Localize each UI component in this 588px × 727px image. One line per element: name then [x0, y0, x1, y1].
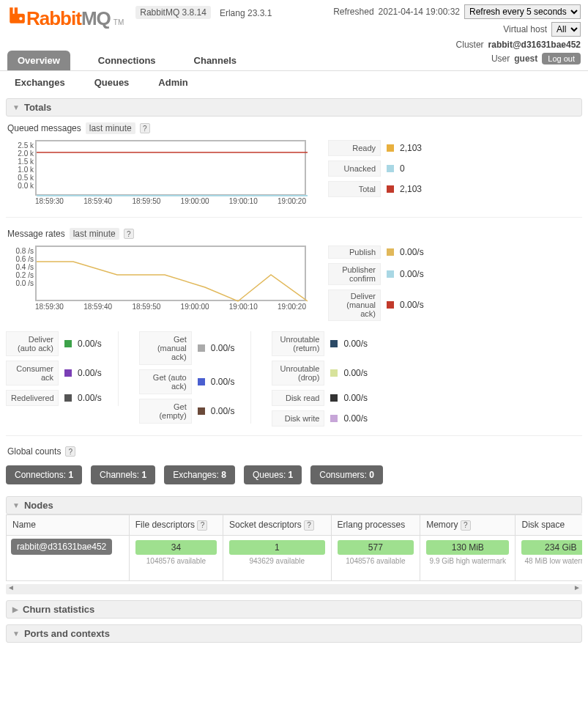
rate-label: Get (auto ack): [139, 369, 192, 394]
vhost-select[interactable]: All: [551, 22, 581, 37]
rate-label: Deliver (auto ack): [6, 331, 59, 356]
section-totals-toggle[interactable]: ▼ Totals: [6, 98, 582, 117]
nodes-col-header: Socket descriptors ?: [223, 515, 332, 536]
rates-range-badge[interactable]: last minute: [70, 228, 119, 240]
tab-admin[interactable]: Admin: [158, 77, 187, 88]
node-metric-value: 234 GiB: [521, 540, 582, 555]
rate-label: Unroutable (return): [272, 331, 324, 356]
queued-range-badge[interactable]: last minute: [86, 122, 135, 134]
rates-chart: 0.8 /s 0.6 /s 0.4 /s 0.2 /s 0.0 /s 18:59…: [35, 246, 306, 312]
node-metric-value: 1: [229, 540, 325, 555]
refreshed-label: Refreshed: [333, 7, 373, 17]
top-right-panel: Refreshed 2021-04-14 19:00:32 Refresh ev…: [333, 4, 581, 67]
section-ports-title: Ports and contexts: [24, 628, 110, 639]
tab-overview[interactable]: Overview: [7, 51, 70, 70]
count-pill[interactable]: Connections: 1: [6, 465, 82, 484]
rate-label: Get (empty): [139, 399, 192, 424]
rate-label: Unroutable (drop): [272, 361, 324, 385]
tab-connections[interactable]: Connections: [88, 51, 166, 70]
legend-swatch: [387, 270, 394, 278]
chevron-down-icon: ▼: [12, 630, 20, 638]
help-icon[interactable]: ?: [124, 229, 134, 239]
rates-bottom-grid: Deliver (auto ack) 0.00/sConsumer ack 0.…: [6, 327, 582, 432]
nodes-col-header: Disk space: [516, 515, 582, 536]
count-pill[interactable]: Queues: 1: [244, 465, 302, 484]
nodes-col-header: Erlang processes: [331, 515, 420, 536]
rate-swatch: [198, 407, 205, 415]
node-metric-value: 34: [135, 540, 217, 555]
rate-value: 0.00/s: [211, 406, 235, 416]
node-metric-value: 130 MiB: [426, 540, 509, 555]
rate-swatch: [64, 369, 72, 377]
legend-swatch: [387, 165, 394, 172]
help-icon[interactable]: ?: [461, 520, 471, 531]
user-label: User: [491, 53, 510, 64]
section-nodes-title: Nodes: [24, 500, 53, 511]
count-pill[interactable]: Exchanges: 8: [164, 465, 235, 484]
node-metric-value: 577: [338, 540, 414, 555]
rate-value: 0.00/s: [211, 377, 235, 387]
tab-queues[interactable]: Queues: [94, 77, 130, 88]
refresh-interval-select[interactable]: Refresh every 5 seconds: [464, 4, 581, 19]
help-icon[interactable]: ?: [197, 520, 207, 531]
rate-swatch: [64, 340, 72, 347]
section-nodes-toggle[interactable]: ▼ Nodes: [6, 496, 582, 514]
node-metric-sub: 48 MiB low watermark: [520, 557, 582, 565]
node-name-badge[interactable]: rabbit@d31631bae452: [11, 539, 112, 555]
rate-label: Get (manual ack): [139, 331, 192, 365]
chevron-down-icon: ▼: [12, 501, 20, 509]
rate-swatch: [330, 340, 338, 347]
tab-channels[interactable]: Channels: [184, 51, 248, 70]
node-metric-sub: 1048576 available: [134, 557, 218, 565]
rate-label: Redelivered: [6, 390, 59, 406]
global-counts-row: Connections: 1Channels: 1Exchanges: 8Que…: [6, 460, 582, 490]
node-metric-sub: 9.9 GiB high watermark: [425, 557, 510, 565]
nodes-col-header: Name: [7, 515, 130, 536]
section-churn-toggle[interactable]: ▶ Churn statistics: [6, 600, 582, 619]
rate-swatch: [330, 394, 338, 402]
legend-swatch: [387, 301, 394, 309]
logout-button[interactable]: Log out: [542, 53, 581, 64]
tab-exchanges[interactable]: Exchanges: [15, 77, 65, 88]
rate-value: 0.00/s: [78, 368, 102, 378]
rate-swatch: [198, 378, 205, 385]
cluster-name: rabbit@d31631bae452: [488, 40, 581, 50]
rates-side-legend: Publish 0.00/sPublisher confirm 0.00/sDe…: [328, 246, 424, 321]
queued-legend: Ready 2,103Unacked 0Total 2,103: [328, 140, 422, 197]
legend-label: Ready: [328, 140, 381, 156]
legend-value: 0.00/s: [400, 269, 424, 279]
vhost-label: Virtual host: [503, 24, 547, 34]
queued-chart: 2.5 k 2.0 k 1.5 k 1.0 k 0.5 k 0.0 k 18:5…: [35, 140, 306, 207]
logo: RabbitMQ TM: [7, 6, 124, 30]
rabbitmq-icon: [7, 6, 26, 27]
help-icon[interactable]: ?: [65, 446, 75, 457]
node-metric-sub: 1048576 available: [336, 557, 416, 565]
rate-value: 0.00/s: [343, 368, 368, 378]
rate-label: Disk read: [272, 390, 324, 406]
rate-label: Consumer ack: [6, 361, 59, 385]
count-pill[interactable]: Consumers: 0: [310, 465, 383, 484]
help-icon[interactable]: ?: [304, 520, 314, 531]
help-icon[interactable]: ?: [140, 123, 150, 133]
rate-value: 0.00/s: [343, 393, 368, 403]
legend-label: Publish: [328, 246, 381, 259]
rate-swatch: [330, 369, 338, 377]
version-badge: RabbitMQ 3.8.14: [135, 6, 211, 19]
section-totals-title: Totals: [24, 102, 51, 113]
count-pill[interactable]: Channels: 1: [91, 465, 155, 484]
cluster-label: Cluster: [456, 40, 484, 50]
queued-title: Queued messages: [7, 123, 81, 133]
erlang-version: Erlang 23.3.1: [220, 8, 272, 18]
section-ports-toggle[interactable]: ▼ Ports and contexts: [6, 624, 582, 643]
legend-label: Publisher confirm: [328, 263, 381, 285]
user-name: guest: [514, 53, 537, 64]
rate-swatch: [330, 415, 338, 422]
chevron-down-icon: ▼: [12, 103, 20, 111]
rate-value: 0.00/s: [211, 343, 235, 353]
nodes-col-header: File descriptors ?: [129, 515, 223, 536]
horizontal-scrollbar[interactable]: [6, 584, 582, 594]
main-tabs-row2: Exchanges Queues Admin: [0, 71, 588, 95]
legend-swatch: [387, 144, 394, 152]
rate-label: Disk write: [272, 410, 324, 427]
legend-value: 0.00/s: [400, 300, 424, 310]
